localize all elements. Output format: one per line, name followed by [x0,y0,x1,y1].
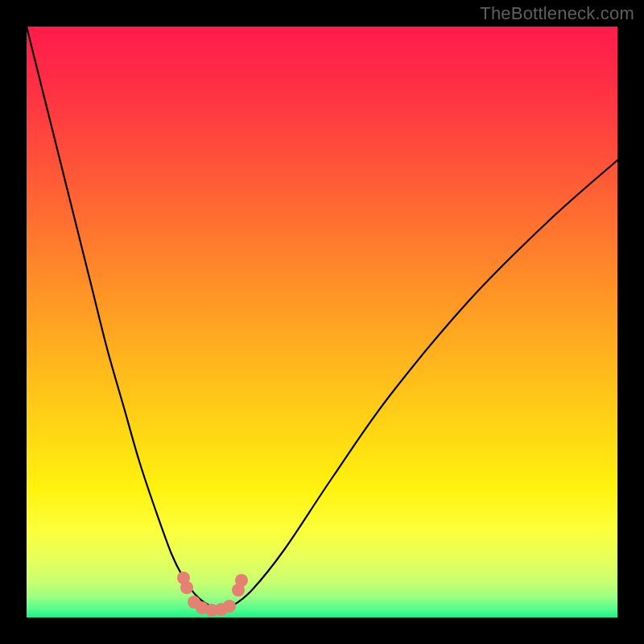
curve-marker [180,581,193,594]
curve-marker [223,600,236,613]
watermark-text: TheBottleneck.com [480,3,634,24]
chart-frame: TheBottleneck.com [0,0,644,644]
bottleneck-curve-path [27,27,617,609]
bottleneck-curve-svg [27,27,617,617]
curve-markers [177,572,248,617]
plot-area [27,27,617,617]
curve-marker [235,574,248,587]
